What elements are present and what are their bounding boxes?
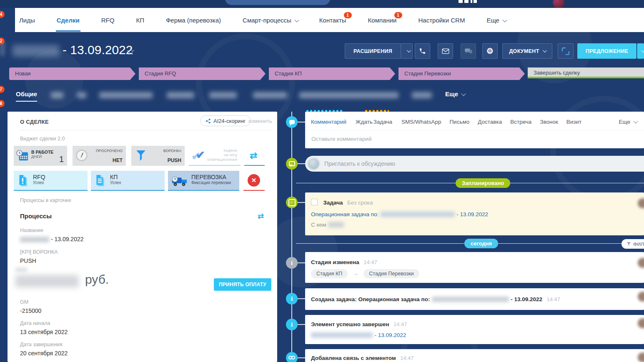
tile-value: 1 bbox=[59, 155, 64, 164]
task-link-suffix[interactable]: - 13.09.2022 bbox=[456, 211, 488, 217]
stage-new[interactable]: Новая bbox=[9, 67, 135, 80]
tile-overdue[interactable]: ПРОСРОЧЕНО НЕТ bbox=[73, 146, 126, 166]
composer-tab-delivery[interactable]: Доставка bbox=[478, 119, 502, 125]
topbar-clock-fragment bbox=[471, 0, 472, 3]
refresh-icon[interactable]: ⇄ bbox=[258, 212, 264, 221]
edge-counter-badge[interactable]: 8 bbox=[0, 100, 5, 107]
composer-tab-call[interactable]: Звонок bbox=[540, 119, 558, 125]
chevron-down-icon bbox=[294, 17, 299, 22]
tile-value: PUSH bbox=[168, 157, 181, 163]
tile-task-rfq[interactable]: ✔✔ ЗАДАЧАНА RFQОПЕРАЦИОННАЯ bbox=[189, 146, 241, 166]
tile-kp-success[interactable]: КП Успех bbox=[91, 171, 165, 191]
settings-button[interactable]: ⚙ bbox=[482, 43, 498, 59]
deal-info-panel: О СДЕЛКЕ AI24-скоринг изменить Виджет сд… bbox=[8, 112, 277, 362]
composer-tab-mail[interactable]: Письмо bbox=[449, 119, 469, 125]
nav-item-kp[interactable]: КП bbox=[136, 17, 144, 24]
tab-redacted[interactable] bbox=[209, 92, 237, 98]
stage-kp[interactable]: Стадия КП bbox=[269, 67, 395, 80]
timeline-entry-completed[interactable]: Элемент успешно завершен 14:47 - 13.09.2… bbox=[305, 315, 644, 344]
edge-counter-badge[interactable]: 7 bbox=[0, 86, 5, 93]
nav-item-companies[interactable]: Компании1 bbox=[368, 17, 397, 24]
nav-item-crm-settings[interactable]: Настройки CRM bbox=[418, 17, 465, 24]
tile-label: RFQ bbox=[33, 174, 45, 180]
composer-tab-wait[interactable]: Ждать bbox=[356, 119, 373, 125]
tab-redacted[interactable] bbox=[51, 92, 63, 98]
extensions-button[interactable]: РАСШИРЕНИЯ bbox=[345, 43, 401, 59]
timeline-tick bbox=[296, 262, 305, 263]
timeline-entry-link-added[interactable]: Добавлена связь с элементом 14:47 bbox=[305, 349, 644, 362]
extensions-dropdown-button[interactable] bbox=[401, 43, 413, 59]
nav-item-deals[interactable]: Сделки bbox=[57, 17, 80, 24]
comment-input[interactable]: Оставьте комментарий bbox=[311, 136, 371, 142]
tile-rfq-success[interactable]: RFQ Успех bbox=[14, 171, 88, 191]
offer-button[interactable]: ПРЕДЛОЖЕНИЕ bbox=[577, 43, 636, 59]
tab-redacted[interactable] bbox=[167, 92, 194, 98]
nav-item-smart-processes[interactable]: Смарт-процессы bbox=[243, 17, 298, 24]
composer-tab-visit[interactable]: Визит bbox=[566, 119, 581, 125]
tab-more[interactable]: Еще bbox=[445, 90, 464, 97]
stage-finish-deal[interactable]: Завершить сделку bbox=[528, 67, 644, 78]
stage-transport[interactable]: Стадия Перевозки bbox=[398, 67, 525, 80]
composer-tab-sms[interactable]: SMS/WhatsApp bbox=[401, 119, 441, 125]
timeline-entry-task-created[interactable]: Создана задача: Операционная задача по: … bbox=[305, 288, 644, 310]
deal-sum-redacted bbox=[15, 275, 79, 287]
accept-payment-button[interactable]: ПРИНЯТЬ ОПЛАТУ bbox=[214, 278, 271, 291]
tab-redacted[interactable] bbox=[412, 92, 432, 98]
stage-rfq[interactable]: Стадия RFQ bbox=[139, 67, 266, 80]
entry-time: 14:47 bbox=[547, 296, 561, 302]
funnel-icon bbox=[135, 149, 146, 162]
nav-item-rfq[interactable]: RFQ bbox=[101, 17, 115, 24]
ai-scoring-button[interactable]: AI24-скоринг bbox=[200, 115, 251, 126]
field-value-name: - 13.09.2022 bbox=[20, 236, 84, 242]
nav-item-more[interactable]: Еще bbox=[486, 17, 506, 24]
info-marker bbox=[286, 319, 298, 330]
timeline-composer: Комментарий Ждать Задача SMS/WhatsApp Пи… bbox=[305, 112, 644, 148]
tab-redacted[interactable] bbox=[77, 92, 86, 98]
email-button[interactable] bbox=[438, 43, 453, 59]
timeline-entry-stage-changed[interactable]: Стадия изменена 14:47 Стадия КП → Стадия… bbox=[305, 252, 644, 283]
tab-redacted[interactable] bbox=[99, 92, 153, 98]
composer-tab-comment[interactable]: Комментарий bbox=[311, 119, 346, 125]
composer-tab-task[interactable]: Задача bbox=[373, 119, 392, 125]
composer-tab-meeting[interactable]: Встреча bbox=[510, 119, 531, 125]
tile-sync[interactable]: ⇄ bbox=[244, 146, 265, 166]
processes-widget-label: Процессы в карточке bbox=[20, 197, 71, 203]
document-button[interactable]: ДОКУМЕНТ bbox=[502, 43, 552, 59]
arrow-right-icon: → bbox=[353, 270, 358, 277]
invite-discussion-bar[interactable]: Пригласить к обсуждению bbox=[305, 156, 644, 172]
edge-counter-badge[interactable]: 4 bbox=[0, 11, 5, 18]
timeline-tick bbox=[296, 324, 305, 325]
entry-link[interactable]: - 13.09.2022 bbox=[374, 332, 406, 338]
call-button[interactable] bbox=[415, 43, 430, 59]
filter-button[interactable]: ФИЛЬ bbox=[621, 239, 644, 249]
tab-redacted[interactable] bbox=[253, 92, 287, 98]
tile-label: ЗАДАЧАНА RFQОПЕРАЦИОННАЯ bbox=[207, 148, 237, 162]
task-link[interactable]: Операционная задача по: bbox=[311, 211, 378, 217]
task-checkbox[interactable] bbox=[311, 199, 318, 205]
favorite-star-icon[interactable]: ☆ bbox=[126, 46, 135, 57]
chevron-down-icon bbox=[633, 119, 638, 123]
tile-sublabel: Успех bbox=[33, 180, 45, 185]
nav-item-farm[interactable]: Ферма (перевозка) bbox=[166, 17, 221, 24]
composer-tab-more[interactable]: Еще bbox=[619, 119, 636, 125]
automation-button[interactable] bbox=[558, 43, 574, 59]
tile-transport[interactable]: ПЕРЕВОЗКА Фиксация перевозки bbox=[168, 171, 239, 191]
tab-general[interactable]: Общие bbox=[16, 90, 37, 97]
chat-button[interactable] bbox=[461, 43, 476, 59]
task-card[interactable]: Задача Без срока Операционная задача по:… bbox=[305, 192, 644, 235]
nav-item-contacts[interactable]: Контакты1 bbox=[319, 17, 346, 24]
tile-funnel[interactable]: ВОРОНКА PUSH bbox=[131, 146, 185, 166]
link-marker bbox=[286, 352, 298, 362]
tab-redacted[interactable] bbox=[299, 92, 398, 98]
offer-dropdown-button[interactable] bbox=[637, 43, 644, 59]
tile-cancel[interactable] bbox=[243, 171, 265, 191]
clock-icon bbox=[76, 150, 88, 161]
invite-input[interactable]: Пригласить к обсуждению bbox=[324, 160, 395, 167]
edit-link[interactable]: изменить bbox=[248, 118, 272, 124]
search-input[interactable] bbox=[225, 0, 330, 5]
companies-counter-badge: 1 bbox=[394, 12, 402, 18]
planned-badge: Запланировано bbox=[456, 178, 510, 188]
chevron-down-icon bbox=[461, 91, 466, 96]
tile-in-work[interactable]: В РАБОТЕ ДНЕЙ 1 bbox=[14, 146, 67, 166]
nav-item-leads[interactable]: Лиды bbox=[19, 17, 35, 24]
